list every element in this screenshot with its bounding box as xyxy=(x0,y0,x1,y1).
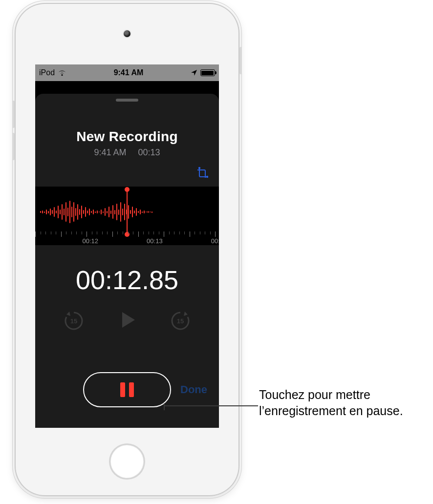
device-frame: iPod 9:41 AM New Recording 9:41 AM xyxy=(15,3,239,496)
recording-subtitle: 9:41 AM 00:13 xyxy=(35,147,219,158)
volume-up-button[interactable] xyxy=(12,101,15,128)
skip-back-button[interactable]: 15 xyxy=(63,310,85,332)
screen: iPod 9:41 AM New Recording 9:41 AM xyxy=(35,64,219,428)
recording-sheet: New Recording 9:41 AM 00:13 xyxy=(35,94,219,428)
ruler-label: 00:13 xyxy=(147,237,163,245)
playhead[interactable] xyxy=(127,189,128,234)
pause-button[interactable] xyxy=(83,372,171,407)
callout-leader-line xyxy=(164,405,258,406)
svg-point-1 xyxy=(206,176,208,178)
front-camera xyxy=(124,30,130,37)
skip-forward-seconds: 15 xyxy=(169,310,192,332)
ruler-label: 00:12 xyxy=(83,237,99,245)
ruler-label: 00:14 xyxy=(211,237,219,245)
play-button[interactable] xyxy=(116,309,138,333)
skip-back-seconds: 15 xyxy=(63,310,85,332)
transport-controls: 15 15 xyxy=(35,304,219,338)
sheet-grabber[interactable] xyxy=(116,99,138,102)
recording-subtitle-time: 9:41 AM xyxy=(94,147,126,157)
location-icon xyxy=(191,69,197,76)
trim-icon[interactable] xyxy=(195,166,209,182)
time-ruler: 00:12 00:13 00:14 xyxy=(35,231,219,245)
waveform-area[interactable]: 00:12 00:13 00:14 xyxy=(35,187,219,245)
recording-title: New Recording xyxy=(35,129,219,145)
home-button[interactable] xyxy=(109,443,145,480)
elapsed-timer: 00:12.85 xyxy=(35,265,219,295)
carrier-label: iPod xyxy=(39,68,55,77)
skip-forward-button[interactable]: 15 xyxy=(169,310,192,332)
svg-point-0 xyxy=(198,167,200,169)
recording-subtitle-duration: 00:13 xyxy=(138,147,160,157)
done-button[interactable]: Done xyxy=(180,383,207,396)
volume-down-button[interactable] xyxy=(12,133,15,160)
status-bar: iPod 9:41 AM xyxy=(35,64,219,81)
wifi-icon xyxy=(58,69,66,76)
pause-icon xyxy=(120,382,134,397)
waveform xyxy=(35,197,152,227)
clock-label: 9:41 AM xyxy=(114,68,144,77)
callout-text: Touchez pour mettre l’enregistrement en … xyxy=(259,387,425,419)
power-button[interactable] xyxy=(239,47,242,74)
battery-icon xyxy=(200,69,215,76)
